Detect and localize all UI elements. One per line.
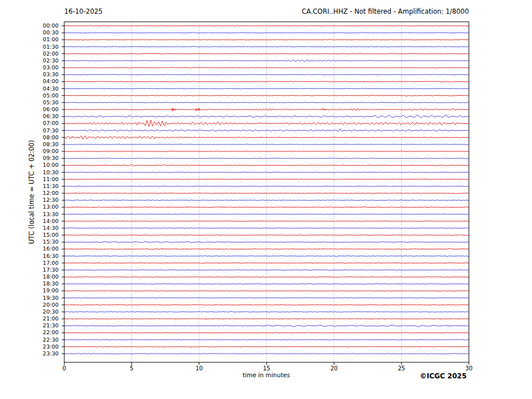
trace-row-07:00 (64, 120, 469, 127)
trace-row-00:30 (64, 32, 469, 33)
trace-row-20:30 (64, 311, 469, 312)
helicorder-plot (0, 0, 532, 399)
trace-row-09:00 (64, 151, 469, 152)
trace-row-09:30 (64, 158, 469, 159)
trace-row-16:30 (64, 256, 469, 257)
trace-row-15:00 (64, 234, 469, 236)
trace-row-00:00 (64, 25, 469, 26)
trace-row-01:00 (64, 40, 469, 41)
trace-row-06:30 (64, 115, 469, 118)
helicorder-figure: 16-10-2025 CA.CORI..HHZ - Not filtered -… (0, 0, 532, 399)
trace-row-22:30 (64, 339, 469, 340)
trace-row-12:00 (64, 193, 469, 194)
trace-row-19:30 (64, 298, 469, 298)
trace-row-05:00 (64, 95, 469, 96)
trace-row-17:30 (64, 269, 469, 271)
trace-row-14:00 (64, 221, 469, 222)
trace-row-18:30 (64, 283, 469, 284)
trace-row-14:30 (64, 228, 469, 228)
trace-row-23:30 (64, 353, 469, 354)
trace-row-19:00 (64, 291, 469, 292)
trace-row-10:00 (64, 165, 469, 166)
trace-row-07:30 (64, 129, 469, 132)
trace-row-04:00 (64, 81, 469, 82)
trace-row-11:00 (64, 179, 469, 180)
trace-row-21:30 (64, 325, 469, 327)
